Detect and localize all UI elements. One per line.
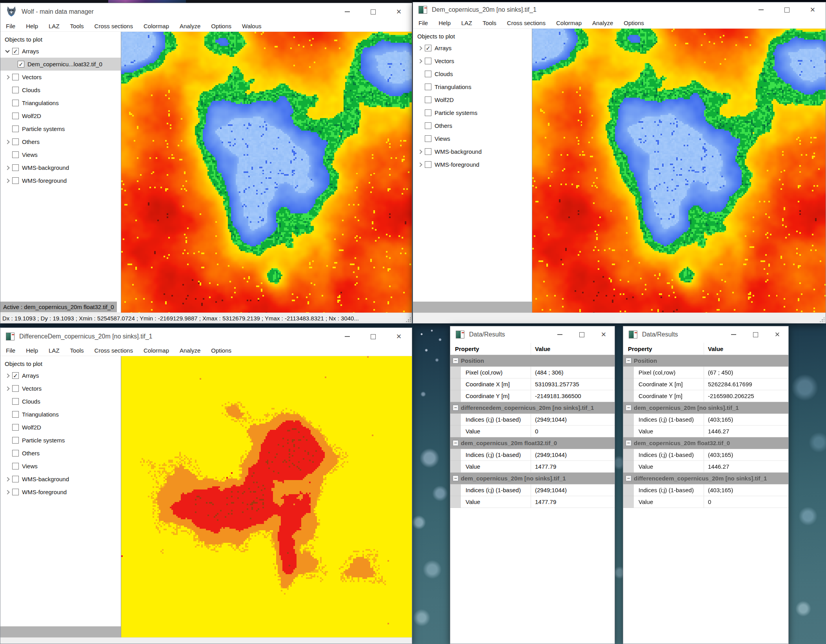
tree-item-views[interactable]: Views: [0, 460, 121, 473]
resize-grip[interactable]: [406, 317, 411, 322]
table-row[interactable]: Coordinate Y [m]-2149181.366500: [450, 390, 615, 402]
tree-item-particle-systems[interactable]: Particle systems: [0, 434, 121, 447]
checkbox[interactable]: [12, 463, 19, 469]
table-row[interactable]: Coordinate X [m]5310931.257735: [450, 378, 615, 390]
tree-item-others[interactable]: Others: [413, 119, 532, 132]
titlebar[interactable]: Dem_copernicus_20m [no sinks].tif_1 ×: [413, 2, 826, 17]
checkbox[interactable]: ✓: [18, 61, 24, 67]
chevron-right-icon[interactable]: [5, 477, 9, 481]
checkbox[interactable]: [12, 411, 19, 418]
chevron-right-icon[interactable]: [418, 162, 422, 167]
chevron-down-icon[interactable]: [5, 48, 9, 53]
dem-map-view[interactable]: [121, 32, 412, 313]
tree-item-others[interactable]: Others: [0, 135, 121, 148]
minimize-button[interactable]: [334, 3, 360, 20]
checkbox[interactable]: [12, 74, 19, 80]
resize-grip[interactable]: [819, 317, 824, 322]
table-row[interactable]: Value1446.27: [623, 426, 788, 437]
section-header-row[interactable]: −Position: [623, 355, 788, 367]
tree-item-vectors[interactable]: Vectors: [0, 71, 121, 84]
menu-cross-sections[interactable]: Cross sections: [95, 347, 133, 354]
menu-tools[interactable]: Tools: [70, 347, 84, 354]
checkbox[interactable]: [12, 424, 19, 431]
menu-laz[interactable]: LAZ: [49, 23, 60, 29]
checkbox[interactable]: [12, 126, 19, 132]
tree-item-clouds[interactable]: Clouds: [0, 84, 121, 96]
section-header-row[interactable]: −differencedem_copernicus_20m [no sinks]…: [450, 402, 615, 414]
tree-item-wms-background[interactable]: WMS-background: [413, 145, 532, 158]
tree-item-wms-background[interactable]: WMS-background: [0, 161, 121, 174]
menu-file[interactable]: File: [418, 20, 428, 26]
tree-item-arrays[interactable]: ✓Arrays: [0, 45, 121, 58]
tree-item-arrays[interactable]: ✓Arrays: [0, 369, 121, 382]
tree-item-triangulations[interactable]: Triangulations: [0, 408, 121, 421]
checkbox[interactable]: [425, 161, 431, 168]
close-button[interactable]: ×: [386, 3, 412, 20]
checkbox[interactable]: [425, 58, 431, 64]
chevron-right-icon[interactable]: [5, 386, 9, 391]
maximize-button[interactable]: [571, 326, 593, 343]
table-row[interactable]: Indices (i;j) (1-based)(403;165): [623, 449, 788, 461]
menu-help[interactable]: Help: [26, 347, 38, 354]
table-row[interactable]: Value0: [450, 426, 615, 437]
menu-colormap[interactable]: Colormap: [144, 23, 169, 29]
table-row[interactable]: Indices (i;j) (1-based)(403;165): [623, 484, 788, 496]
table-row[interactable]: Pixel (col,row)(67 ; 450): [623, 367, 788, 378]
chevron-right-icon[interactable]: [5, 166, 9, 170]
checkbox[interactable]: ✓: [12, 48, 19, 55]
minimize-button[interactable]: [748, 2, 774, 17]
tree-item-dem-copernicu-loat32-tif-0[interactable]: ✓Dem_copernicu...loat32.tif_0: [0, 58, 121, 71]
tree-item-views[interactable]: Views: [413, 132, 532, 145]
chevron-right-icon[interactable]: [418, 59, 422, 63]
table-row[interactable]: Pixel (col,row)(484 ; 306): [450, 367, 615, 378]
tree-item-views[interactable]: Views: [0, 148, 121, 161]
maximize-button[interactable]: [360, 3, 386, 20]
tree-item-others[interactable]: Others: [0, 447, 121, 460]
titlebar[interactable]: Wolf - main data manager ×: [0, 3, 412, 20]
menu-colormap[interactable]: Colormap: [556, 20, 582, 26]
checkbox[interactable]: [12, 87, 19, 93]
maximize-button[interactable]: [744, 326, 766, 343]
menu-cross-sections[interactable]: Cross sections: [507, 20, 546, 26]
tree-item-triangulations[interactable]: Triangulations: [413, 80, 532, 93]
checkbox[interactable]: [12, 476, 19, 482]
chevron-right-icon[interactable]: [5, 140, 9, 144]
table-row[interactable]: Value1446.27: [623, 461, 788, 473]
table-row[interactable]: Value1477.79: [450, 461, 615, 473]
section-header-row[interactable]: −dem_copernicus_20m float32.tif_0: [623, 437, 788, 449]
difference-map-view[interactable]: [121, 356, 412, 637]
maximize-button[interactable]: [360, 328, 386, 345]
tree-item-wms-background[interactable]: WMS-background: [0, 473, 121, 486]
menu-walous[interactable]: Walous: [242, 23, 261, 29]
tree-item-clouds[interactable]: Clouds: [413, 67, 532, 80]
menu-analyze[interactable]: Analyze: [180, 347, 200, 354]
titlebar[interactable]: Data/Results ×: [623, 326, 788, 343]
checkbox[interactable]: [12, 177, 19, 184]
table-row[interactable]: Indices (i;j) (1-based)(2949;1044): [450, 449, 615, 461]
minimize-button[interactable]: [549, 326, 571, 343]
section-header-row[interactable]: −dem_copernicus_20m float32.tif_0: [450, 437, 615, 449]
minimize-button[interactable]: [334, 328, 360, 345]
section-header-row[interactable]: −Position: [450, 355, 615, 367]
menu-laz[interactable]: LAZ: [49, 347, 60, 354]
checkbox[interactable]: [425, 84, 431, 90]
chevron-right-icon[interactable]: [5, 75, 9, 79]
chevron-right-icon[interactable]: [5, 178, 9, 183]
checkbox[interactable]: [12, 489, 19, 495]
checkbox[interactable]: [425, 109, 431, 116]
menu-file[interactable]: File: [6, 23, 15, 29]
checkbox[interactable]: [425, 135, 431, 142]
checkbox[interactable]: [12, 100, 19, 106]
collapse-icon[interactable]: −: [453, 475, 458, 481]
table-row[interactable]: Coordinate X [m]5262284.617699: [623, 378, 788, 390]
tree-item-arrays[interactable]: ✓Arrays: [413, 42, 532, 55]
checkbox[interactable]: [12, 398, 19, 405]
close-button[interactable]: ×: [386, 328, 412, 345]
chevron-right-icon[interactable]: [418, 149, 422, 154]
menu-file[interactable]: File: [6, 347, 15, 354]
table-row[interactable]: Coordinate Y [m]-2165980.206225: [623, 390, 788, 402]
checkbox[interactable]: [12, 385, 19, 392]
table-row[interactable]: Indices (i;j) (1-based)(2949;1044): [450, 414, 615, 426]
tree-item-wms-foreground[interactable]: WMS-foreground: [0, 174, 121, 187]
tree-item-wms-foreground[interactable]: WMS-foreground: [413, 158, 532, 171]
